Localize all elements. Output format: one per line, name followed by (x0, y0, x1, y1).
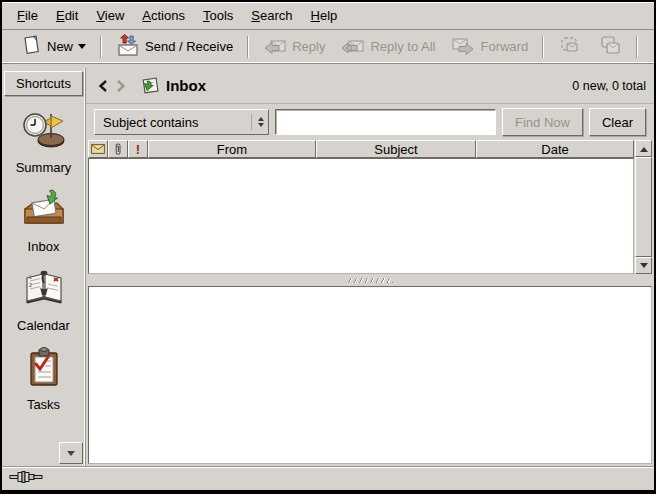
chevron-down-icon (67, 451, 75, 460)
column-priority[interactable]: ! (128, 140, 148, 158)
tasks-clipboard-icon (21, 345, 67, 391)
priority-exclamation-icon: ! (136, 142, 140, 157)
find-now-button[interactable]: Find Now (502, 108, 583, 136)
menu-help-rest: elp (320, 8, 337, 23)
sidebar-item-tasks[interactable]: Tasks (2, 345, 85, 412)
menu-search-key: S (251, 8, 260, 23)
menu-search[interactable]: Search (242, 4, 301, 27)
move-message-icon (598, 33, 622, 60)
column-subject[interactable]: Subject (316, 140, 476, 158)
menu-edit-key: E (56, 8, 65, 23)
main-body: Shortcuts Summary (2, 68, 654, 466)
content-pane: Inbox 0 new, 0 total Subject contains Fi… (86, 68, 654, 466)
svg-text:1: 1 (29, 274, 32, 280)
column-attachment[interactable] (108, 140, 128, 158)
sidebar-item-summary[interactable]: Summary (2, 108, 85, 175)
column-date[interactable]: Date (476, 140, 634, 158)
forward-icon (451, 34, 475, 59)
menu-view[interactable]: View (87, 4, 133, 27)
scroll-up-button[interactable] (635, 140, 652, 157)
move-message-button[interactable] (592, 29, 628, 64)
send-receive-icon (116, 34, 140, 59)
calendar-book-icon: 1 2 (21, 266, 67, 312)
evolution-window: File Edit View Actions Tools Search Help… (0, 0, 656, 494)
folder-message-count: 0 new, 0 total (572, 79, 646, 93)
chevron-left-icon (98, 80, 108, 92)
search-filter-dropdown[interactable]: Subject contains (94, 109, 269, 135)
new-button[interactable]: New (14, 30, 92, 63)
splitter-grip-icon (347, 278, 393, 283)
menu-actions-rest: ctions (151, 8, 185, 23)
message-list-body[interactable] (88, 158, 634, 274)
reply-label: Reply (292, 39, 325, 54)
menu-actions[interactable]: Actions (133, 4, 194, 27)
column-from-label: From (217, 142, 247, 157)
menu-tools-rest: ools (209, 8, 233, 23)
inbox-tray-icon (21, 187, 67, 233)
menu-edit-rest: dit (65, 8, 79, 23)
sidebar-item-inbox-label: Inbox (28, 239, 60, 254)
menu-actions-key: A (142, 8, 151, 23)
clear-button[interactable]: Clear (589, 108, 646, 136)
send-receive-label: Send / Receive (145, 39, 233, 54)
menu-edit[interactable]: Edit (47, 4, 87, 27)
menu-tools[interactable]: Tools (194, 4, 242, 27)
status-bar (2, 466, 654, 490)
new-dropdown-chevron-icon[interactable] (78, 44, 86, 53)
reply-to-all-button[interactable]: Reply to All (335, 30, 441, 63)
menu-help[interactable]: Help (302, 4, 347, 27)
sidebar-item-inbox[interactable]: Inbox (2, 187, 85, 254)
search-bar: Subject contains Find Now Clear (86, 104, 654, 140)
shortcut-bar-scroll-down-button[interactable] (59, 442, 83, 464)
pane-splitter[interactable] (86, 274, 654, 286)
column-date-label: Date (541, 142, 568, 157)
menu-view-rest: iew (105, 8, 125, 23)
copy-message-icon (558, 33, 582, 60)
toolbar-separator (542, 36, 544, 58)
sidebar-item-tasks-label: Tasks (27, 397, 60, 412)
toolbar-separator (636, 36, 638, 58)
scroll-down-button[interactable] (635, 257, 652, 274)
search-input[interactable] (275, 109, 496, 135)
forward-nav-button[interactable] (112, 76, 130, 96)
forward-button[interactable]: Forward (445, 30, 534, 63)
menu-search-rest: earch (260, 8, 293, 23)
inbox-folder-icon (140, 75, 160, 97)
sidebar-item-calendar[interactable]: 1 2 Calendar (2, 266, 85, 333)
sidebar-item-calendar-label: Calendar (17, 318, 70, 333)
reply-icon (263, 34, 287, 59)
column-from[interactable]: From (148, 140, 316, 158)
new-button-label: New (47, 39, 73, 54)
print-icon (652, 33, 656, 60)
copy-message-button[interactable] (552, 29, 588, 64)
shortcut-bar: Shortcuts Summary (2, 68, 86, 466)
folder-title: Inbox (166, 77, 206, 94)
print-button[interactable] (646, 29, 656, 64)
envelope-icon (91, 144, 105, 154)
triangle-up-icon (640, 143, 648, 152)
menu-file[interactable]: File (8, 4, 47, 27)
menu-bar: File Edit View Actions Tools Search Help (2, 2, 654, 30)
svg-text:2: 2 (29, 282, 32, 288)
reply-to-all-icon (341, 34, 365, 59)
message-preview-pane[interactable] (88, 286, 652, 464)
toolbar-separator (247, 36, 249, 58)
offline-connector-icon[interactable] (9, 470, 43, 487)
column-message-status[interactable] (88, 140, 108, 158)
triangle-down-icon (640, 263, 648, 272)
scrollbar-track[interactable] (635, 157, 652, 257)
message-list-header: ! From Subject Date (88, 140, 634, 158)
folder-header: Inbox 0 new, 0 total (86, 68, 654, 104)
toolbar: New Send / Receive (2, 30, 654, 64)
toolbar-separator (100, 36, 102, 58)
shortcuts-group-button[interactable]: Shortcuts (4, 71, 83, 96)
send-receive-button[interactable]: Send / Receive (110, 30, 239, 63)
menu-file-rest: ile (25, 8, 38, 23)
menu-view-key: V (96, 8, 104, 23)
message-list: ! From Subject Date (88, 140, 652, 274)
back-button[interactable] (94, 76, 112, 96)
reply-button[interactable]: Reply (257, 30, 331, 63)
summary-clock-icon (21, 108, 67, 154)
sidebar-item-summary-label: Summary (16, 160, 72, 175)
reply-to-all-label: Reply to All (370, 39, 435, 54)
